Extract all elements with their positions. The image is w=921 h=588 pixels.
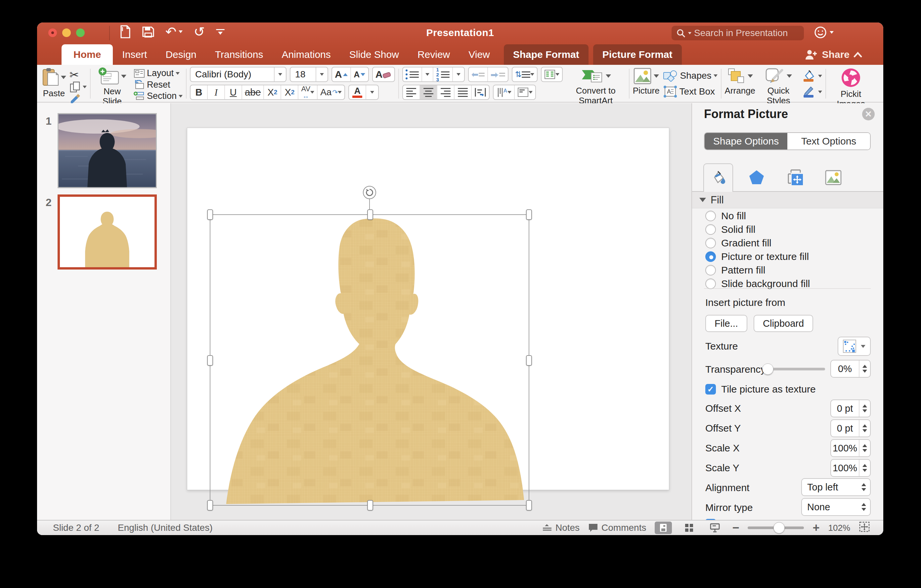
pickit-images-button[interactable]: Pickit Images: [829, 67, 872, 109]
columns-dropdown-arrow[interactable]: [555, 73, 560, 76]
rotation-handle[interactable]: [363, 186, 376, 199]
language-indicator[interactable]: English (United States): [118, 523, 212, 533]
normal-view-button[interactable]: [655, 521, 672, 534]
resize-handle-top-right[interactable]: [526, 210, 532, 220]
slide-sorter-view-button[interactable]: [680, 521, 698, 534]
increase-indent-button[interactable]: ⮕: [488, 67, 508, 81]
reset-button[interactable]: Reset: [133, 80, 182, 90]
char-spacing-dropdown-arrow[interactable]: [310, 91, 314, 94]
justify-button[interactable]: [454, 85, 472, 99]
resize-handle-middle-left[interactable]: [207, 355, 213, 366]
superscript-button[interactable]: X2: [264, 85, 281, 99]
numbering-button[interactable]: 123: [433, 67, 452, 81]
feedback-button[interactable]: [814, 26, 834, 39]
resize-handle-bottom-right[interactable]: [526, 500, 532, 511]
picture-tab[interactable]: [818, 163, 848, 192]
search-input[interactable]: [694, 28, 793, 38]
columns-button[interactable]: [542, 67, 562, 81]
transparency-spinbox[interactable]: 0%: [830, 360, 871, 378]
font-size-combo[interactable]: 18: [290, 67, 328, 82]
line-spacing-button[interactable]: ⇅: [513, 67, 537, 81]
tab-view[interactable]: View: [459, 44, 499, 65]
tab-animations[interactable]: Animations: [272, 44, 340, 65]
font-color-dropdown[interactable]: [366, 85, 378, 99]
convert-smartart-button[interactable]: Convert to SmartArt: [566, 67, 626, 106]
search-scope-arrow[interactable]: [688, 32, 692, 34]
offset-x-stepper[interactable]: [859, 400, 870, 417]
offset-x-spinbox[interactable]: 0 pt: [830, 400, 871, 417]
resize-handle-top-left[interactable]: [207, 210, 213, 220]
bold-button[interactable]: B: [190, 85, 208, 99]
tab-insert[interactable]: Insert: [113, 44, 156, 65]
bullets-dropdown[interactable]: [422, 67, 433, 81]
decrease-indent-button[interactable]: ⬅: [469, 67, 488, 81]
fill-section-header[interactable]: Fill: [692, 192, 883, 208]
transparency-stepper[interactable]: [859, 361, 870, 377]
tab-review[interactable]: Review: [408, 44, 459, 65]
tab-design[interactable]: Design: [156, 44, 205, 65]
fill-option-slide-background[interactable]: Slide background fill: [705, 278, 810, 289]
contextual-tab-picture-format[interactable]: Picture Format: [593, 44, 682, 65]
grow-font-button[interactable]: A: [332, 67, 351, 81]
italic-button[interactable]: I: [208, 85, 225, 99]
strikethrough-button[interactable]: abe: [242, 85, 264, 99]
new-slide-dropdown-arrow[interactable]: [121, 75, 126, 78]
font-name-combo[interactable]: Calibri (Body): [190, 67, 286, 82]
fill-option-picture-texture[interactable]: Picture or texture fill: [705, 251, 809, 262]
text-options-tab[interactable]: Text Options: [788, 133, 870, 149]
offset-y-spinbox[interactable]: 0 pt: [830, 419, 871, 437]
size-properties-tab[interactable]: [780, 163, 810, 192]
scale-x-stepper[interactable]: [859, 440, 870, 456]
align-right-button[interactable]: [437, 85, 454, 99]
shape-outline-button[interactable]: [802, 86, 822, 98]
fill-option-gradient[interactable]: Gradient fill: [705, 237, 771, 249]
tile-picture-checkbox-row[interactable]: ✓ Tile picture as texture: [705, 383, 816, 395]
slide-2-thumbnail[interactable]: [57, 195, 157, 270]
alignment-dropdown[interactable]: Top left: [801, 478, 871, 496]
font-size-dropdown-arrow[interactable]: [320, 73, 324, 76]
fill-line-tab[interactable]: [703, 163, 733, 192]
text-direction-dropdown-arrow[interactable]: [508, 91, 511, 94]
align-left-button[interactable]: [403, 85, 420, 99]
texture-picker-button[interactable]: [838, 337, 871, 356]
underline-button[interactable]: U: [225, 85, 242, 99]
contextual-tab-shape-format[interactable]: Shape Format: [504, 44, 589, 65]
search-field[interactable]: [672, 26, 804, 41]
shape-fill-button[interactable]: [802, 70, 822, 82]
layout-button[interactable]: Layout: [133, 68, 182, 78]
paste-button[interactable]: Paste: [42, 67, 66, 99]
change-case-button[interactable]: Aa ↷: [317, 85, 344, 99]
shape-options-tab[interactable]: Shape Options: [705, 133, 788, 149]
paste-dropdown-arrow[interactable]: [61, 76, 66, 79]
smartart-dropdown-arrow[interactable]: [606, 75, 611, 78]
shapes-button[interactable]: Shapes: [663, 70, 718, 82]
font-name-dropdown-arrow[interactable]: [278, 73, 282, 76]
subscript-button[interactable]: X2: [281, 85, 298, 99]
align-text-dropdown-arrow[interactable]: [529, 91, 533, 94]
quick-styles-button[interactable]: Quick Styles: [758, 67, 798, 106]
fill-option-pattern[interactable]: Pattern fill: [705, 265, 765, 276]
shrink-font-button[interactable]: A: [351, 67, 368, 81]
line-spacing-dropdown-arrow[interactable]: [530, 73, 534, 76]
picture-button[interactable]: Picture: [633, 67, 660, 96]
scale-y-stepper[interactable]: [859, 460, 870, 476]
change-case-dropdown-arrow[interactable]: [338, 91, 342, 94]
file-button[interactable]: File...: [705, 315, 747, 332]
new-slide-button[interactable]: New Slide: [94, 67, 130, 107]
slide-show-view-button[interactable]: [706, 521, 724, 534]
slide-1-thumbnail[interactable]: [57, 113, 157, 188]
zoom-slider[interactable]: [748, 526, 804, 529]
resize-handle-bottom-center[interactable]: [367, 500, 373, 511]
font-color-button[interactable]: A: [349, 85, 366, 99]
person-silhouette-shape[interactable]: [210, 215, 529, 505]
offset-y-stepper[interactable]: [859, 420, 870, 437]
tab-slide-show[interactable]: Slide Show: [340, 44, 408, 65]
mirror-type-dropdown[interactable]: None: [801, 498, 871, 516]
text-box-button[interactable]: A Text Box: [663, 85, 718, 98]
numbering-dropdown[interactable]: [453, 67, 464, 81]
align-center-button[interactable]: [420, 85, 437, 99]
slide-canvas-area[interactable]: [171, 103, 692, 520]
scale-y-spinbox[interactable]: 100%: [830, 459, 871, 477]
shape-selection[interactable]: [210, 214, 529, 506]
format-painter-button[interactable]: [70, 93, 87, 103]
